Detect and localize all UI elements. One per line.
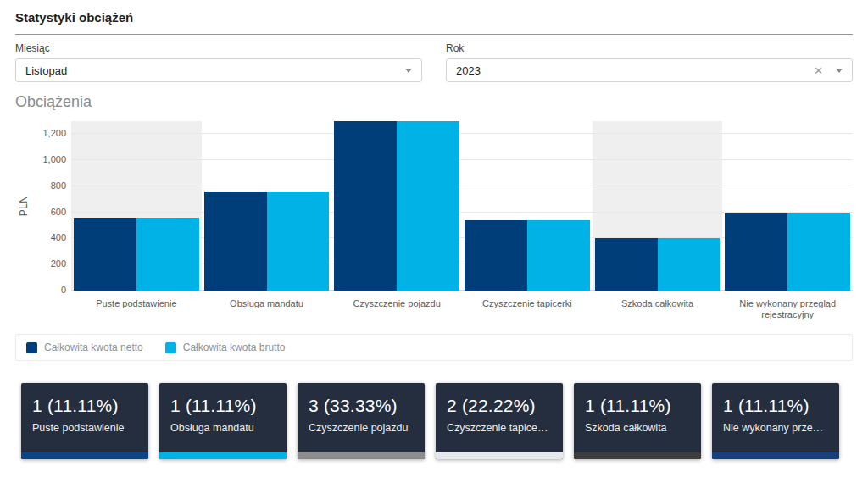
bar-column — [331, 121, 462, 291]
x-axis-labels: Puste podstawienieObsługa mandatuCzyszcz… — [71, 298, 853, 320]
card-body: 3 (33.33%)Czyszczenie pojazdu — [298, 383, 425, 452]
bar[interactable] — [74, 218, 136, 291]
bar[interactable] — [267, 192, 330, 291]
x-axis-label: Nie wykonany przegląd rejestracyjny — [722, 298, 853, 320]
y-tick-label: 600 — [29, 207, 66, 217]
header-divider — [15, 34, 853, 35]
plot-outer: 02004006008001,0001,200 Puste podstawien… — [32, 121, 853, 320]
card-strip — [159, 452, 287, 459]
bar[interactable] — [595, 238, 658, 291]
page: Statystyki obciążeń Miesiąc Listopad Rok… — [0, 0, 868, 459]
bar[interactable] — [136, 218, 199, 291]
bar[interactable] — [725, 213, 787, 291]
legend-swatch — [26, 342, 37, 353]
legend-item[interactable]: Całkowita kwota brutto — [165, 341, 286, 353]
card-strip — [574, 452, 701, 459]
bars-layer — [71, 121, 853, 291]
filters: Miesiąc Listopad Rok 2023 ✕ — [15, 42, 853, 82]
summary-card: 1 (11.11%)Obsługa mandatu — [159, 383, 287, 459]
card-value: 1 (11.11%) — [723, 396, 828, 416]
card-strip — [298, 452, 425, 459]
x-axis-label: Czyszczenie tapicerki — [462, 298, 593, 320]
summary-card: 1 (11.11%)Puste podstawienie — [21, 383, 148, 459]
chart-area: PLN 02004006008001,0001,200 Puste podsta… — [15, 121, 853, 320]
bar-column — [71, 121, 202, 291]
card-label: Szkoda całkowita — [585, 422, 690, 434]
chart-title: Obciążenia — [15, 93, 853, 111]
card-strip — [436, 452, 563, 459]
bar-column — [593, 121, 723, 291]
year-select-value: 2023 — [456, 64, 814, 77]
card-body: 1 (11.11%)Szkoda całkowita — [574, 383, 701, 452]
y-tick-label: 0 — [29, 285, 66, 295]
card-value: 1 (11.11%) — [32, 396, 137, 416]
y-tick-label: 1,200 — [29, 128, 66, 138]
x-axis-label: Puste podstawienie — [71, 298, 202, 320]
card-body: 1 (11.11%)Puste podstawienie — [21, 383, 148, 452]
year-filter: Rok 2023 ✕ — [446, 42, 853, 82]
legend: Całkowita kwota nettoCałkowita kwota bru… — [15, 334, 853, 361]
month-select-value: Listopad — [25, 64, 405, 77]
page-title: Statystyki obciążeń — [15, 10, 853, 25]
card-label: Puste podstawienie — [32, 422, 137, 434]
card-value: 3 (33.33%) — [309, 396, 414, 416]
bar[interactable] — [334, 121, 397, 291]
bar-column — [722, 121, 853, 291]
card-label: Czyszczenie tapice… — [447, 422, 552, 434]
legend-item[interactable]: Całkowita kwota netto — [26, 341, 143, 353]
legend-label: Całkowita kwota netto — [44, 341, 143, 353]
chevron-down-icon[interactable] — [405, 69, 412, 73]
y-tick-label: 200 — [29, 258, 66, 269]
y-tick-label: 400 — [29, 232, 66, 242]
month-filter-label: Miesiąc — [15, 42, 422, 54]
bar-column — [202, 121, 332, 291]
bar[interactable] — [658, 238, 721, 291]
summary-card: 1 (11.11%)Szkoda całkowita — [574, 383, 701, 459]
legend-label: Całkowita kwota brutto — [183, 341, 286, 353]
year-filter-label: Rok — [446, 42, 853, 54]
month-filter: Miesiąc Listopad — [15, 42, 422, 82]
card-value: 1 (11.11%) — [170, 396, 275, 416]
card-body: 2 (22.22%)Czyszczenie tapice… — [436, 383, 563, 452]
y-tick-label: 800 — [29, 180, 66, 191]
clear-icon[interactable]: ✕ — [814, 65, 823, 76]
bar[interactable] — [465, 220, 527, 291]
legend-swatch — [165, 342, 176, 353]
chevron-down-icon[interactable] — [836, 69, 843, 73]
month-select[interactable]: Listopad — [15, 58, 422, 82]
x-axis-label: Szkoda całkowita — [593, 298, 723, 320]
card-label: Nie wykonany prze… — [723, 422, 828, 434]
summary-cards: 1 (11.11%)Puste podstawienie1 (11.11%)Ob… — [21, 383, 853, 459]
y-tick-label: 1,000 — [29, 154, 66, 164]
bar[interactable] — [527, 220, 590, 291]
card-strip — [21, 452, 148, 459]
y-axis-label: PLN — [18, 196, 30, 216]
summary-card: 1 (11.11%)Nie wykonany prze… — [712, 383, 839, 459]
x-axis-label: Obsługa mandatu — [202, 298, 332, 320]
plot-area: 02004006008001,0001,200 — [71, 121, 853, 291]
card-label: Czyszczenie pojazdu — [309, 422, 414, 434]
card-strip — [712, 452, 839, 459]
bar[interactable] — [204, 192, 267, 291]
bar[interactable] — [787, 213, 850, 291]
card-body: 1 (11.11%)Obsługa mandatu — [159, 383, 287, 452]
bar-column — [462, 121, 593, 291]
card-label: Obsługa mandatu — [170, 422, 275, 434]
x-axis-label: Czyszczenie pojazdu — [331, 298, 462, 320]
year-select[interactable]: 2023 ✕ — [446, 58, 853, 82]
card-value: 2 (22.22%) — [447, 396, 552, 416]
bar[interactable] — [397, 121, 459, 291]
summary-card: 2 (22.22%)Czyszczenie tapice… — [436, 383, 563, 459]
summary-card: 3 (33.33%)Czyszczenie pojazdu — [298, 383, 425, 459]
card-body: 1 (11.11%)Nie wykonany prze… — [712, 383, 839, 452]
card-value: 1 (11.11%) — [585, 396, 690, 416]
